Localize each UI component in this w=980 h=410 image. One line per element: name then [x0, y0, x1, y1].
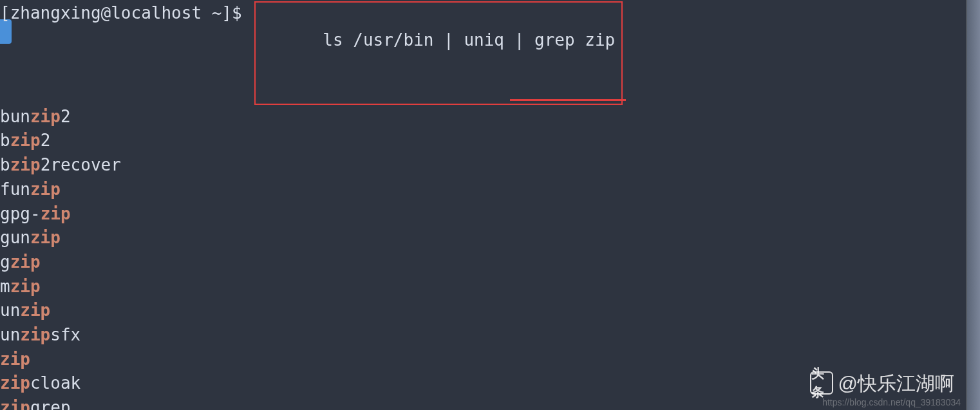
output-line: zip — [0, 348, 980, 372]
grep-match: zip — [20, 325, 50, 344]
output-prefix: gun — [0, 228, 30, 247]
output-line: gpg-zip — [0, 202, 980, 227]
output-line: bzip2 — [0, 129, 980, 153]
grep-match: zip — [0, 349, 30, 369]
vertical-scrollbar[interactable] — [966, 0, 980, 410]
shell-prompt: [zhangxing@localhost ~]$ — [0, 1, 252, 26]
output-suffix: sfx — [50, 325, 80, 344]
output-suffix: grep — [30, 398, 71, 410]
output-prefix: bun — [0, 107, 30, 126]
output-line: unzipsfx — [0, 323, 980, 348]
grep-match: zip — [10, 131, 41, 150]
terminal-output: bunzip2bzip2bzip2recoverfunzipgpg-zipgun… — [0, 105, 980, 410]
grep-match: zip — [30, 228, 61, 247]
watermark-icon: 头条 — [810, 371, 833, 395]
watermark: 头条 @快乐江湖啊 — [810, 369, 954, 398]
output-prefix: un — [0, 325, 20, 344]
output-line: bzip2recover — [0, 153, 980, 178]
grep-match: zip — [10, 155, 41, 174]
output-prefix: b — [0, 155, 10, 174]
output-line: gzip — [0, 250, 980, 275]
terminal-window[interactable]: [zhangxing@localhost ~]$ ls /usr/bin | u… — [0, 0, 980, 410]
output-line: funzip — [0, 178, 980, 202]
output-prefix: un — [0, 301, 20, 320]
output-suffix: 2 — [61, 107, 71, 126]
grep-match: zip — [0, 398, 30, 410]
grep-match: zip — [41, 204, 71, 223]
command-prompt-line: [zhangxing@localhost ~]$ ls /usr/bin | u… — [0, 1, 980, 105]
watermark-url: https://blog.csdn.net/qq_39183034 — [822, 396, 961, 409]
grep-match: zip — [0, 373, 30, 393]
output-prefix: fun — [0, 180, 30, 199]
output-suffix: 2 — [41, 131, 51, 150]
grep-match: zip — [20, 301, 50, 320]
watermark-text: @快乐江湖啊 — [838, 369, 954, 398]
output-suffix: cloak — [30, 373, 80, 393]
output-prefix: gpg- — [0, 204, 41, 223]
grep-match: zip — [10, 277, 41, 296]
output-prefix: g — [0, 252, 10, 272]
grep-match: zip — [30, 180, 61, 199]
output-line: gunzip — [0, 226, 980, 250]
output-line: unzip — [0, 299, 980, 323]
output-line: mzip — [0, 275, 980, 299]
command-highlight-box: ls /usr/bin | uniq | grep zip — [254, 1, 623, 105]
grep-underline — [510, 99, 626, 101]
output-prefix: b — [0, 131, 10, 150]
output-line: bunzip2 — [0, 105, 980, 129]
output-suffix: 2recover — [41, 155, 121, 174]
grep-match: zip — [10, 252, 41, 272]
grep-match: zip — [30, 107, 61, 126]
command-text: ls /usr/bin | uniq | grep zip — [323, 30, 615, 50]
output-prefix: m — [0, 277, 10, 296]
